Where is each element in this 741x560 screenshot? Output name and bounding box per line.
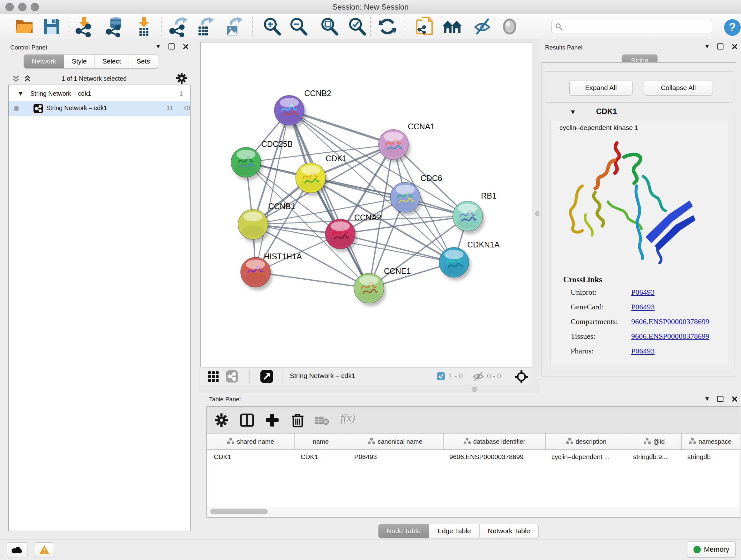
close-panel-icon[interactable] [732, 44, 738, 50]
toolbar-separator [69, 17, 69, 36]
splitter-handle[interactable] [472, 387, 477, 392]
network-canvas[interactable]: CCNB2CCNA1CDC25BCDK1CDC6RB1CCNB1CCNA2CDK… [200, 42, 532, 367]
panel-menu-icon[interactable]: ▼ [705, 44, 709, 49]
import-network-file-icon[interactable] [74, 16, 94, 37]
node-RB1[interactable] [453, 201, 485, 234]
tab-select[interactable]: Select [95, 55, 129, 68]
crosslink-link[interactable]: P06493 [631, 347, 655, 355]
column-header-namespace[interactable]: namespace [682, 434, 739, 449]
node-CCNE1[interactable] [354, 273, 386, 307]
tab-network[interactable]: Network [24, 55, 64, 68]
float-panel-icon[interactable] [718, 44, 724, 50]
column-header-label: name [313, 438, 329, 445]
zoom-selected-icon[interactable] [347, 16, 367, 37]
table-cell[interactable]: P06493 [354, 453, 377, 461]
crosslink-row: Compartments:9606.ENSP00000378699 [570, 317, 724, 326]
create-column-icon[interactable] [265, 413, 280, 429]
column-header-description[interactable]: description [546, 434, 627, 449]
delete-columns-icon[interactable] [291, 413, 305, 429]
show-all-networks-icon[interactable] [442, 16, 462, 37]
import-table-file-icon[interactable] [134, 16, 154, 37]
help-icon[interactable]: ? [724, 19, 741, 36]
open-in-window-icon[interactable] [260, 370, 273, 383]
edge-CCNB2-RB1[interactable] [289, 111, 468, 216]
import-network-database-icon[interactable] [105, 16, 125, 37]
crosslink-link[interactable]: 9606.ENSP00000378699 [631, 332, 710, 341]
column-header-shared-name[interactable]: shared name [207, 434, 294, 449]
network-share-view-icon[interactable] [226, 370, 238, 382]
hidden-eye-icon[interactable] [472, 372, 484, 382]
node-CDC25B[interactable] [231, 147, 263, 180]
table-gear-icon[interactable] [215, 414, 228, 428]
shared-column-icon [464, 438, 471, 446]
table-cell[interactable]: stringdb [687, 453, 711, 461]
node-CCNB2[interactable] [274, 96, 307, 129]
table-cell[interactable]: cyclin–dependent ... [551, 453, 610, 461]
node-CCNA2[interactable] [325, 219, 357, 252]
crosslink-link[interactable]: 9606.ENSP00000378699 [631, 317, 710, 326]
grid-view-icon[interactable] [208, 371, 219, 384]
search-input[interactable] [551, 20, 712, 33]
memory-button[interactable]: Memory [687, 542, 736, 557]
birds-eye-view-icon[interactable] [515, 370, 528, 384]
column-header-name[interactable]: name [294, 434, 347, 449]
zoom-fit-icon[interactable] [319, 16, 340, 37]
network-row-selected[interactable]: String Network – cdk1 11 48 [9, 101, 190, 116]
tab-network-table[interactable]: Network Table [480, 524, 539, 538]
panel-menu-icon[interactable]: ▼ [156, 44, 160, 49]
selected-checkbox-icon[interactable] [437, 372, 445, 380]
table-cell[interactable]: 9606.ENSP00000378699 [449, 453, 524, 461]
crosslink-link[interactable]: P06493 [631, 303, 655, 311]
network-collection-label: String Network – cdk1 [30, 90, 91, 98]
automation-cloud-button[interactable] [7, 543, 27, 557]
node-CDK1[interactable] [295, 163, 328, 196]
node-CCNA1[interactable] [379, 129, 411, 163]
delete-table-icon[interactable] [315, 415, 330, 428]
export-image-icon[interactable] [223, 16, 244, 37]
crosslink-link[interactable]: P06493 [631, 288, 655, 297]
open-session-icon[interactable] [14, 16, 35, 37]
table-cell[interactable]: stringdb:9... [633, 453, 667, 461]
scrollbar-thumb[interactable] [210, 509, 268, 514]
tab-style[interactable]: Style [64, 55, 95, 68]
tab-sets[interactable]: Sets [129, 55, 158, 68]
collapse-all-button[interactable]: Collapse All [644, 80, 713, 96]
show-graphics-details-icon[interactable] [499, 16, 520, 37]
network-options-gear-icon[interactable] [176, 73, 187, 85]
zoom-out-icon[interactable] [288, 16, 309, 37]
warnings-button[interactable] [35, 543, 54, 557]
crosslink-label: Compartments: [570, 317, 631, 326]
crosslink-row: Uniprot:P06493 [570, 288, 724, 297]
column-header--id[interactable]: @id [627, 434, 682, 449]
table-cell[interactable]: CDK1 [300, 453, 318, 461]
show-columns-icon[interactable] [240, 414, 254, 428]
protein-collapse-icon[interactable]: ▼ [571, 110, 575, 115]
table-hscrollbar[interactable] [207, 507, 740, 516]
export-table-icon[interactable] [195, 16, 215, 37]
collection-expand-icon[interactable]: ▼ [19, 91, 22, 96]
panel-menu-icon[interactable]: ▼ [705, 396, 709, 401]
node-HIST1H1A[interactable] [241, 257, 273, 291]
column-header-canonical-name[interactable]: canonical name [347, 434, 444, 449]
close-panel-icon[interactable] [732, 396, 738, 402]
node-CDC6[interactable] [390, 182, 422, 215]
node-CDKN1A[interactable] [439, 247, 471, 281]
protein-structure-image[interactable] [563, 138, 697, 267]
column-header-database-identifier[interactable]: database identifier [444, 434, 546, 449]
table-cell[interactable]: CDK1 [214, 453, 231, 461]
export-network-icon[interactable] [169, 16, 189, 37]
hide-selected-icon[interactable] [472, 16, 492, 37]
float-panel-icon[interactable] [169, 44, 175, 50]
zoom-in-icon[interactable] [262, 16, 282, 37]
tab-node-table[interactable]: Node Table [379, 524, 429, 538]
tab-edge-table[interactable]: Edge Table [429, 524, 480, 538]
edge-CCNB2-CCNE1[interactable] [289, 111, 369, 288]
table-row[interactable]: CDK1CDK1P064939606.ENSP00000378699cyclin… [207, 450, 740, 463]
close-panel-icon[interactable] [183, 44, 189, 50]
refresh-view-icon[interactable] [377, 16, 398, 37]
save-session-icon[interactable] [42, 16, 62, 37]
copy-style-icon[interactable] [414, 16, 434, 37]
network-collection-row[interactable]: ▼ String Network – cdk1 1 [9, 87, 190, 101]
expand-all-button[interactable]: Expand All [569, 80, 632, 96]
float-panel-icon[interactable] [718, 396, 724, 402]
